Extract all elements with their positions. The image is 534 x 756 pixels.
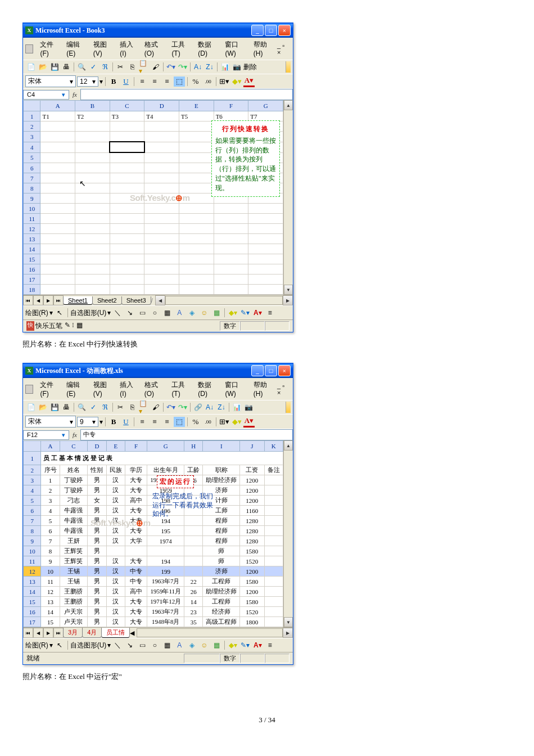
cell[interactable]: 程师 [203,526,240,536]
cell[interactable]: 男 [88,475,106,485]
cell[interactable] [179,204,214,214]
cell[interactable] [40,254,75,264]
name-box[interactable]: C4▾ [23,90,69,100]
save-icon[interactable]: 💾 [49,61,60,73]
cell[interactable] [40,234,75,244]
percent-button[interactable]: % [190,76,201,87]
undo-icon[interactable]: ↶▾ [165,61,177,73]
cell[interactable]: T1 [40,111,75,122]
cell[interactable] [110,173,144,183]
cell[interactable] [110,122,144,132]
align-center-icon[interactable]: ≡ [149,76,160,87]
cell[interactable]: 1200 [240,485,264,496]
spell-icon[interactable]: ✓ [88,402,99,413]
cell[interactable]: 汉 [106,556,125,566]
cell[interactable] [248,244,283,254]
copy-icon[interactable]: ⎘ [126,402,138,413]
sheet-tab-3[interactable]: Sheet3 [121,296,151,305]
picture-icon[interactable]: ▦ [211,307,222,318]
menu-help[interactable]: 帮助(H) [250,379,277,399]
paste-icon[interactable]: 📋▾ [138,402,150,413]
cell[interactable]: 高中 [125,587,147,597]
hyperlink-icon[interactable]: 🔗 [192,402,203,413]
cell[interactable] [248,254,283,264]
cell[interactable] [179,254,214,264]
cell[interactable]: 程师 [203,536,240,546]
picture-icon[interactable]: ▦ [211,640,222,651]
cell[interactable] [264,475,283,485]
chart-icon[interactable]: 📊 [231,402,242,413]
arrow-icon[interactable]: ↘ [124,640,135,651]
cell[interactable] [179,152,214,163]
textbox-icon[interactable]: ▦ [161,640,173,651]
cell[interactable] [264,516,283,526]
cell[interactable] [264,526,283,536]
cell[interactable]: 汉 [106,566,125,577]
sort-desc-icon[interactable]: Z↓ [216,402,227,413]
cell[interactable] [264,485,283,496]
menu-format[interactable]: 格式(O) [141,39,169,58]
cell[interactable]: 199 [147,566,184,577]
cell[interactable]: 男 [88,485,106,496]
cell[interactable] [40,163,75,173]
cell[interactable] [179,183,214,194]
cell[interactable]: 男 [88,566,106,577]
cell[interactable]: 大专 [125,526,147,536]
menu-window[interactable]: 窗口(W) [221,379,250,399]
cell[interactable] [110,264,144,274]
font-select[interactable]: 宋体▾ [25,75,76,87]
align-center-icon[interactable]: ≡ [149,417,160,427]
merge-icon[interactable]: ⬚ [174,417,185,427]
font-color-draw-icon[interactable]: A▾ [252,640,263,651]
cell[interactable] [214,234,248,244]
cell[interactable] [248,214,283,224]
draw-menu[interactable]: 绘图(R) [25,641,48,650]
cell[interactable]: 男 [88,597,106,607]
close-button[interactable]: × [278,25,291,36]
cell[interactable] [144,152,179,163]
scroll-down-button[interactable]: ▼ [284,617,293,627]
cell[interactable] [214,264,248,274]
doc-restore-icon[interactable]: _ ▫ × [277,42,288,56]
cell[interactable]: 男 [88,526,106,536]
cell[interactable]: 牛露强 [60,506,88,516]
cell[interactable] [75,132,110,142]
cell[interactable]: 大专 [125,617,147,627]
fill-color-icon[interactable]: ◆▾ [231,417,242,427]
cell[interactable] [75,163,110,173]
menu-insert[interactable]: 插入(I) [116,379,141,399]
menu-tools[interactable]: 工具(T) [168,379,194,399]
ime-icon[interactable]: 快 [26,321,34,331]
diagram-icon[interactable]: ◈ [186,307,197,318]
chart-icon[interactable]: 📊 [219,61,230,73]
cell[interactable] [144,224,179,234]
cell[interactable] [248,285,283,295]
cell[interactable]: 14 [184,597,203,607]
cell[interactable] [144,194,179,204]
menu-data[interactable]: 数据(D) [194,379,221,399]
cell[interactable]: 6 [41,526,60,536]
cell[interactable] [264,617,283,627]
font-color-draw-icon[interactable]: A▾ [252,307,263,318]
cell[interactable]: 卢天宗 [60,607,88,617]
font-color-icon[interactable]: A▾ [243,416,255,428]
cell[interactable] [75,194,110,204]
cell[interactable]: 王鹏骄 [60,597,88,607]
cell[interactable] [179,132,214,142]
cell[interactable] [214,244,248,254]
cell[interactable] [144,264,179,274]
align-right-icon[interactable]: ≡ [161,76,173,87]
cell[interactable]: 男 [88,617,106,627]
cell[interactable] [40,194,75,204]
cell[interactable] [179,234,214,244]
font-size-select[interactable]: 9▾ [77,417,98,427]
cell[interactable] [40,142,75,152]
minimize-button[interactable]: _ [251,365,264,376]
cell[interactable] [147,546,184,556]
align-right-icon[interactable]: ≡ [161,417,173,427]
cell[interactable] [248,234,283,244]
redo-icon[interactable]: ↷▾ [177,402,188,413]
cell[interactable]: 10 [41,566,60,577]
cell[interactable]: 大学 [125,536,147,546]
cell[interactable] [110,244,144,254]
